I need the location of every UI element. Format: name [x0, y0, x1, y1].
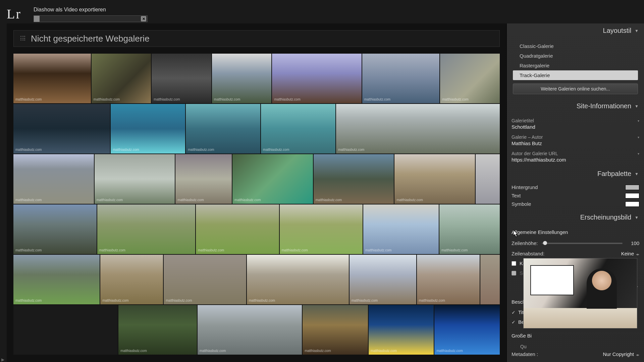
thumbnail[interactable]: matthiasbutz.com — [417, 255, 480, 304]
thumbnail[interactable]: matthiasbutz.com — [13, 154, 94, 204]
qualitaet-label: Qu — [512, 344, 639, 349]
symbole-color-label: Symbole — [512, 201, 531, 207]
layout-item-quadrat[interactable]: Quadratgalerie — [513, 51, 638, 61]
thumbnail[interactable]: matthiasbutz.com — [198, 305, 302, 355]
thumbnail[interactable]: matthiasbutz.com — [13, 104, 110, 154]
collapse-icon: ▼ — [635, 172, 639, 176]
galerietitel-input[interactable]: Schottland — [512, 123, 639, 132]
galerie-autor-input[interactable]: Matthias Butz — [512, 140, 639, 148]
grosse-subheading: Große Bi — [512, 330, 639, 341]
thumbnail[interactable]: matthiasbutz.com — [247, 255, 349, 304]
thumbnail[interactable]: matthiasbutz.com — [100, 255, 163, 304]
stepper-icon[interactable]: ◂▸ — [636, 353, 639, 357]
thumbnail[interactable]: matthiasbutz.com — [272, 54, 361, 103]
thumbnail[interactable] — [13, 305, 118, 355]
thumbnail[interactable]: matthiasbutz.com — [369, 305, 434, 355]
section-layoutstil-header[interactable]: Layoutstil ▼ — [507, 23, 644, 38]
dropdown-icon[interactable]: ▾ — [638, 119, 639, 123]
grip-icon — [20, 36, 26, 41]
left-panel-collapsed[interactable]: ▶ — [0, 23, 7, 362]
section-erscheinungsbild-label: Erscheinungsbild — [580, 214, 631, 221]
thumbnail[interactable]: matthiasbutz.com — [111, 104, 185, 154]
layout-style-list: Classic-Galerie Quadratgalerie Rastergal… — [513, 41, 638, 80]
text-color-label: Text — [512, 193, 521, 198]
thumbnail[interactable]: matthiasbutz.com — [212, 54, 272, 103]
zeilenhoehe-label: Zeilenhöhe: — [512, 240, 538, 246]
layout-item-track[interactable]: Track-Galerie — [513, 70, 638, 80]
thumbnail[interactable]: matthiasbutz.com — [95, 154, 175, 204]
thumbnail[interactable]: matthiasbutz.com — [13, 204, 97, 254]
webcam-overlay — [523, 258, 637, 328]
text-swatch[interactable] — [625, 193, 639, 198]
collapse-icon: ▼ — [635, 104, 639, 109]
allgemein-subheading: Allgemeine Einstellungen — [512, 227, 639, 238]
hintergrund-swatch[interactable] — [625, 185, 639, 190]
thumbnail[interactable]: matthiasbutz.com — [280, 204, 363, 254]
galerietitel-label: Galerietitel▾ — [512, 118, 639, 123]
thumbnail[interactable]: matthiasbutz.com — [92, 54, 151, 103]
gallery-title: Nicht gespeicherte Webgalerie — [31, 34, 150, 44]
section-farbpalette-header[interactable]: Farbpalette ▼ — [507, 167, 644, 181]
export-progress-bar: ✕ — [34, 15, 148, 22]
thumbnail[interactable]: matthiasbutz.com — [394, 154, 475, 204]
thumbnail[interactable] — [480, 255, 500, 304]
schwebende-kopfzeile-checkbox — [512, 271, 516, 276]
autor-url-label: Autor der Galerie URL▾ — [512, 151, 639, 156]
export-progress-fill — [34, 16, 40, 22]
dropdown-icon[interactable]: ▾ — [638, 152, 639, 156]
thumbnail[interactable]: matthiasbutz.com — [434, 305, 500, 355]
check-icon: ✓ — [512, 310, 516, 315]
dropdown-icon[interactable]: ▾ — [638, 135, 639, 139]
stepper-icon[interactable]: ◂▸ — [636, 252, 639, 256]
thumbnail[interactable] — [476, 154, 500, 204]
symbole-swatch[interactable] — [625, 201, 639, 207]
export-panel: Diashow als Video exportieren ✕ — [34, 7, 148, 22]
section-erscheinungsbild-header[interactable]: Erscheinungsbild ▼ — [507, 210, 644, 225]
zeilenhoehe-slider[interactable] — [542, 243, 623, 244]
zeilenabstand-value[interactable]: Keine — [621, 251, 634, 256]
top-bar: Lr Diashow als Video exportieren ✕ — [0, 0, 644, 23]
thumbnail[interactable]: matthiasbutz.com — [303, 305, 368, 355]
thumbnail[interactable]: matthiasbutz.com — [314, 154, 394, 204]
photo-grid: matthiasbutz.com matthiasbutz.com matthi… — [13, 54, 500, 355]
thumbnail[interactable]: matthiasbutz.com — [97, 204, 196, 254]
thumbnail[interactable]: matthiasbutz.com — [175, 154, 232, 204]
thumbnail[interactable]: matthiasbutz.com — [363, 204, 439, 254]
thumbnail[interactable]: matthiasbutz.com — [13, 255, 100, 304]
section-siteinfo-label: Site-Informationen — [577, 102, 631, 110]
thumbnail[interactable]: matthiasbutz.com — [232, 154, 313, 204]
section-siteinfo-header[interactable]: Site-Informationen ▼ — [507, 99, 644, 113]
thumbnail[interactable]: matthiasbutz.com — [196, 204, 279, 254]
collapse-icon: ▼ — [635, 215, 639, 220]
zeilenabstand-label: Zeilenabstand: — [512, 251, 544, 256]
export-title: Diashow als Video exportieren — [34, 7, 148, 13]
thumbnail[interactable]: matthiasbutz.com — [440, 54, 500, 103]
section-layoutstil-label: Layoutstil — [603, 27, 632, 35]
thumbnail[interactable]: matthiasbutz.com — [336, 104, 500, 154]
app-logo: Lr — [7, 6, 21, 22]
thumbnail[interactable]: matthiasbutz.com — [350, 255, 416, 304]
metadaten-label: Metadaten : — [512, 351, 538, 357]
thumbnail[interactable]: matthiasbutz.com — [118, 305, 197, 355]
thumbnail[interactable]: matthiasbutz.com — [439, 204, 500, 254]
thumbnail[interactable]: matthiasbutz.com — [13, 54, 91, 103]
main-preview-area: Nicht gespeicherte Webgalerie matthiasbu… — [0, 23, 506, 362]
thumbnail[interactable]: matthiasbutz.com — [152, 54, 211, 103]
metadaten-value[interactable]: Nur Copyright — [603, 351, 634, 357]
collapse-icon: ▼ — [635, 28, 639, 33]
slider-thumb[interactable] — [543, 241, 547, 245]
autor-url-input[interactable]: https://matthiasbutz.com — [512, 156, 639, 165]
thumbnail[interactable]: matthiasbutz.com — [186, 104, 260, 154]
thumbnail[interactable]: matthiasbutz.com — [164, 255, 246, 304]
find-more-galleries-button[interactable]: Weitere Galerien online suchen... — [513, 83, 638, 94]
layout-item-classic[interactable]: Classic-Galerie — [513, 41, 638, 51]
cancel-export-button[interactable]: ✕ — [141, 16, 146, 21]
kopfzeile-anzeigen-checkbox[interactable] — [512, 261, 516, 266]
section-farbpalette-label: Farbpalette — [597, 170, 631, 178]
expand-left-icon: ▶ — [1, 357, 4, 362]
layout-item-raster[interactable]: Rastergalerie — [513, 61, 638, 70]
thumbnail[interactable]: matthiasbutz.com — [362, 54, 440, 103]
check-icon: ✓ — [512, 319, 516, 325]
hintergrund-label: Hintergrund — [512, 184, 538, 190]
thumbnail[interactable]: matthiasbutz.com — [261, 104, 335, 154]
